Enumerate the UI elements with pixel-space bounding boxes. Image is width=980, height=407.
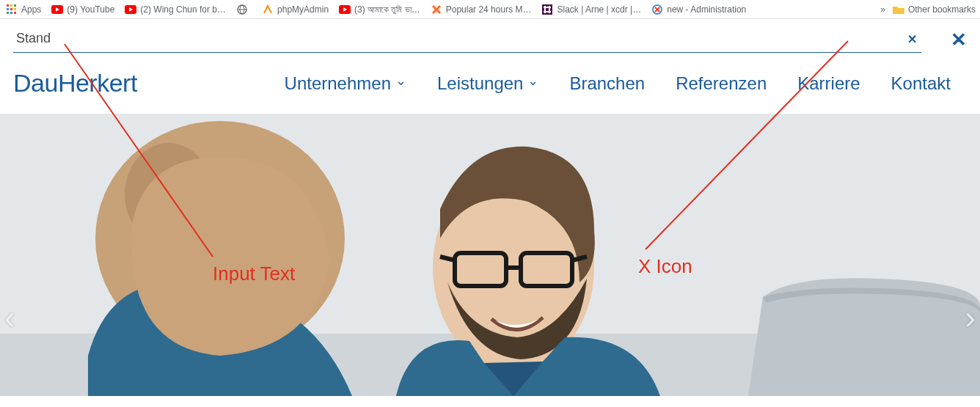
hero-illustration [0,114,980,396]
site-search-row: ✕ ✕ [0,19,980,53]
carousel-next-icon[interactable]: › [965,299,976,336]
bookmark-item[interactable]: Slack | Arne | xcdr |… [541,4,641,15]
youtube-icon [339,4,351,15]
bookmark-apps[interactable]: Apps [6,4,41,15]
close-search-icon[interactable]: ✕ [951,29,967,51]
apps-label: Apps [21,4,41,15]
nav-unternehmen[interactable]: Unternehmen [285,73,406,94]
nav-leistungen[interactable]: Leistungen [437,73,538,94]
svg-rect-2 [14,4,16,7]
bookmark-item[interactable]: (3) আমাকে তুমি ভা… [339,4,420,15]
site-logo[interactable]: DauHerkert [13,69,137,98]
bookmark-item[interactable]: Popular 24 hours M… [431,4,532,15]
svg-rect-0 [7,4,9,7]
bookmark-label: new - Administration [667,4,746,15]
svg-rect-5 [14,8,16,10]
joomla-icon [651,4,663,15]
x-orange-icon [431,4,442,15]
bookmark-label: Slack | Arne | xcdr |… [557,4,641,15]
svg-rect-8 [14,12,16,14]
bookmarks-overflow: » Other bookmarks [880,4,976,15]
other-bookmarks-label: Other bookmarks [908,4,976,15]
svg-rect-6 [7,12,9,14]
bookmark-label: Popular 24 hours M… [446,4,532,15]
bookmark-item[interactable]: (2) Wing Chun for b… [125,4,226,15]
svg-rect-7 [10,12,12,14]
bookmark-item[interactable] [236,4,252,15]
youtube-icon [125,4,136,15]
bookmarks-bar: Apps (9) YouTube (2) Wing Chun for b… ph… [0,0,980,19]
main-nav: Unternehmen Leistungen Branchen Referenz… [285,73,951,94]
youtube-icon [51,4,63,15]
nav-branchen[interactable]: Branchen [569,73,645,94]
site-header: DauHerkert Unternehmen Leistungen Branch… [0,53,980,114]
phpmyadmin-icon [262,4,274,15]
nav-referenzen[interactable]: Referenzen [676,73,767,94]
bookmark-label: (2) Wing Chun for b… [140,4,226,15]
bookmark-item[interactable]: phpMyAdmin [262,4,329,15]
apps-icon [6,4,18,15]
nav-kontakt[interactable]: Kontakt [891,73,951,94]
bookmark-label: (3) আমাকে তুমি ভা… [354,4,420,15]
logo-rest: Herkert [58,69,137,97]
site-search-wrap: ✕ [13,26,921,53]
folder-icon [893,4,904,15]
bookmark-item[interactable]: (9) YouTube [51,4,114,15]
carousel-prev-icon[interactable]: ‹ [4,299,15,336]
svg-rect-1 [10,4,12,7]
other-bookmarks-button[interactable]: Other bookmarks [893,4,976,15]
svg-rect-4 [10,8,12,10]
globe-icon [236,4,248,15]
hero-carousel: ‹ › [0,114,980,396]
logo-prefix: Dau [13,69,58,97]
nav-karriere[interactable]: Karriere [797,73,860,94]
bookmarks-more-button[interactable]: » [880,4,885,15]
bookmark-label: (9) YouTube [67,4,114,15]
svg-rect-3 [7,8,9,10]
clear-search-icon[interactable]: ✕ [907,32,917,46]
slack-icon [541,4,553,15]
bookmark-item[interactable]: new - Administration [651,4,746,15]
search-input[interactable] [13,26,921,53]
bookmark-label: phpMyAdmin [277,4,329,15]
svg-rect-13 [542,4,552,15]
